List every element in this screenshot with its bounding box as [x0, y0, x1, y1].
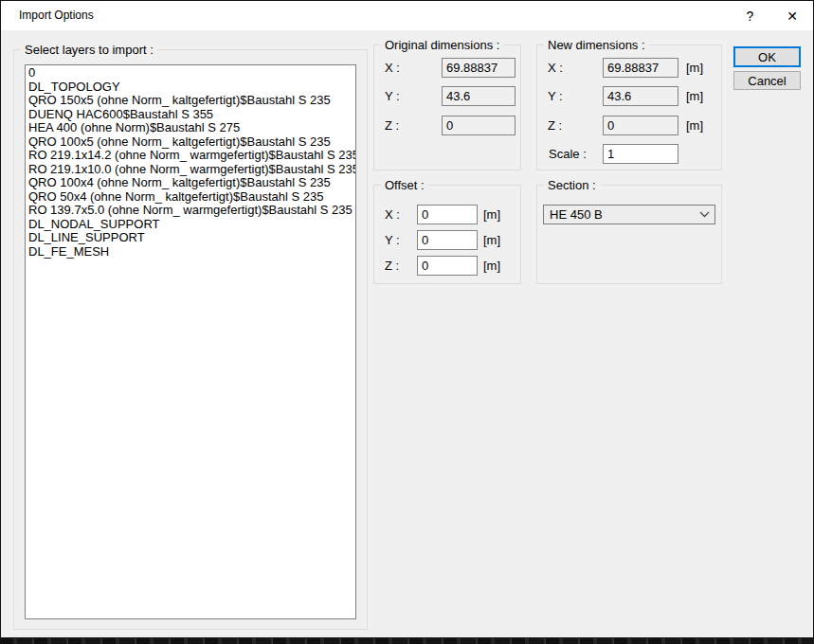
section-group-label: Section :: [544, 178, 600, 192]
window-title: Import Options: [19, 1, 94, 30]
section-group: Section : HE 450 B: [536, 185, 722, 284]
original-y-row: Y :: [374, 86, 520, 106]
offset-y-unit: [m]: [483, 233, 500, 247]
select-layers-group: Select layers to import : 0 DL_TOPOLOGY …: [13, 49, 368, 630]
list-item[interactable]: QRO 50x4 (ohne Norm_ kaltgefertigt)$Baus…: [28, 190, 355, 205]
offset-x-field[interactable]: [417, 205, 478, 224]
close-icon: ✕: [787, 9, 798, 24]
original-z-field[interactable]: [442, 116, 516, 135]
new-x-label: X :: [548, 61, 563, 75]
select-layers-group-label: Select layers to import :: [21, 43, 157, 57]
new-y-field[interactable]: [603, 86, 678, 106]
offset-z-label: Z :: [385, 259, 399, 273]
original-z-label: Z :: [385, 118, 399, 133]
scale-field[interactable]: [603, 144, 678, 164]
chevron-down-icon: [694, 211, 715, 218]
offset-group: Offset : X : [m] Y : [m] Z : [m]: [373, 185, 521, 284]
layers-listbox[interactable]: 0 DL_TOPOLOGY QRO 150x5 (ohne Norm_ kalt…: [25, 64, 356, 619]
close-button[interactable]: ✕: [771, 1, 813, 30]
offset-z-unit: [m]: [483, 259, 500, 273]
scale-label: Scale :: [549, 147, 587, 161]
section-dropdown-value: HE 450 B: [544, 207, 694, 222]
original-y-label: Y :: [385, 89, 400, 103]
new-y-unit: [m]: [686, 89, 703, 103]
new-z-field[interactable]: [603, 116, 678, 135]
list-item[interactable]: DL_NODAL_SUPPORT: [28, 218, 355, 232]
new-z-unit: [m]: [686, 118, 703, 133]
new-dimensions-group-label: New dimensions :: [544, 38, 649, 52]
offset-x-unit: [m]: [483, 207, 500, 222]
offset-z-field[interactable]: [417, 256, 478, 276]
list-item[interactable]: DL_TOPOLOGY: [28, 80, 355, 95]
offset-z-row: Z : [m]: [374, 256, 520, 276]
new-x-field[interactable]: [603, 58, 678, 78]
scale-row: Scale :: [537, 144, 721, 164]
list-item[interactable]: QRO 100x5 (ohne Norm_ kaltgefertigt)$Bau…: [28, 135, 355, 150]
background-window-strip: [0, 638, 814, 644]
offset-y-row: Y : [m]: [374, 230, 520, 250]
original-x-row: X :: [374, 58, 520, 78]
new-z-label: Z :: [548, 118, 562, 133]
new-x-unit: [m]: [686, 61, 703, 75]
ok-button[interactable]: OK: [733, 46, 801, 67]
section-dropdown[interactable]: HE 450 B: [543, 205, 715, 224]
offset-x-label: X :: [385, 207, 400, 222]
list-item[interactable]: DL_LINE_SUPPORT: [28, 231, 355, 245]
list-item[interactable]: 0: [28, 66, 355, 80]
titlebar[interactable]: Import Options ? ✕: [1, 1, 813, 30]
list-item[interactable]: QRO 100x4 (ohne Norm_ kaltgefertigt)$Bau…: [28, 176, 355, 190]
offset-x-row: X : [m]: [374, 205, 520, 224]
original-x-field[interactable]: [442, 58, 516, 78]
cancel-button[interactable]: Cancel: [733, 71, 801, 90]
original-x-label: X :: [385, 61, 400, 75]
offset-y-label: Y :: [385, 233, 400, 247]
list-item[interactable]: RO 219.1x10.0 (ohne Norm_ warmgefertigt)…: [28, 163, 355, 177]
list-item[interactable]: HEA 400 (ohne Norm)$Baustahl S 275: [28, 121, 355, 135]
original-dimensions-group-label: Original dimensions :: [381, 38, 503, 52]
original-dimensions-group: Original dimensions : X : Y : Z :: [373, 45, 521, 170]
import-options-dialog: Import Options ? ✕ Select layers to impo…: [0, 0, 814, 638]
new-y-label: Y :: [548, 89, 563, 103]
offset-y-field[interactable]: [417, 230, 478, 250]
new-x-row: X : [m]: [537, 58, 721, 78]
screen: Import Options ? ✕ Select layers to impo…: [0, 0, 814, 644]
offset-group-label: Offset :: [381, 178, 428, 192]
list-item[interactable]: QRO 150x5 (ohne Norm_ kaltgefertigt)$Bau…: [28, 94, 355, 108]
list-item[interactable]: DL_FE_MESH: [28, 245, 355, 259]
new-y-row: Y : [m]: [537, 86, 721, 106]
list-item[interactable]: RO 219.1x14.2 (ohne Norm_ warmgefertigt)…: [28, 149, 355, 163]
list-item[interactable]: RO 139.7x5.0 (ohne Norm_ warmgefertigt)$…: [28, 204, 355, 218]
original-y-field[interactable]: [442, 86, 516, 106]
list-item[interactable]: DUENQ HAC600$Baustahl S 355: [28, 108, 355, 122]
new-z-row: Z : [m]: [537, 116, 721, 135]
original-z-row: Z :: [374, 116, 520, 135]
new-dimensions-group: New dimensions : X : [m] Y : [m] Z : [m]…: [536, 45, 722, 170]
help-button[interactable]: ?: [729, 1, 771, 30]
help-icon: ?: [747, 9, 754, 24]
